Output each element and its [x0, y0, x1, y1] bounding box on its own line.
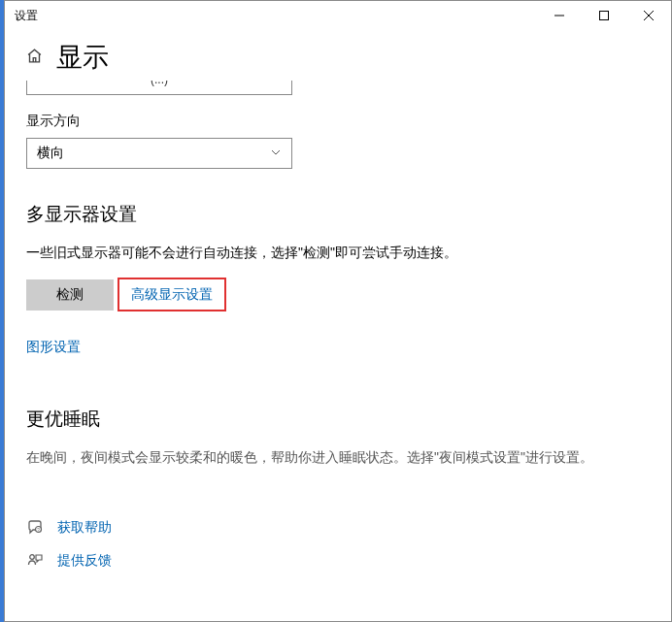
better-sleep-description: 在晚间，夜间模式会显示较柔和的暖色，帮助你进入睡眠状态。选择"夜间模式设置"进行… [26, 449, 650, 467]
graphics-settings-link[interactable]: 图形设置 [26, 339, 81, 356]
footer-links: ? 获取帮助 提供反馈 [26, 519, 650, 570]
titlebar: 设置 [5, 1, 671, 30]
page-title: 显示 [56, 40, 109, 75]
multi-display-heading: 多显示器设置 [26, 202, 650, 227]
window-controls [537, 1, 671, 30]
settings-window: 设置 显示 (...) 显示方向 横向 [4, 0, 672, 622]
get-help-link: 获取帮助 [57, 519, 112, 537]
better-sleep-section: 更优睡眠 在晚间，夜间模式会显示较柔和的暖色，帮助你进入睡眠状态。选择"夜间模式… [26, 407, 650, 467]
svg-point-6 [30, 555, 35, 560]
cropped-field[interactable]: (...) [26, 81, 292, 95]
chevron-down-icon [270, 146, 282, 161]
home-icon[interactable] [26, 48, 43, 68]
orientation-value: 横向 [37, 145, 64, 162]
detect-button[interactable]: 检测 [26, 279, 114, 311]
maximize-button[interactable] [582, 1, 626, 30]
svg-rect-1 [600, 12, 609, 20]
window-title: 设置 [15, 8, 38, 24]
feedback-link: 提供反馈 [57, 552, 112, 570]
content-area: (...) 显示方向 横向 多显示器设置 一些旧式显示器可能不会进行自动连接，选… [5, 81, 671, 621]
multi-display-description: 一些旧式显示器可能不会进行自动连接，选择"检测"即可尝试手动连接。 [26, 245, 650, 262]
feedback-icon [26, 553, 44, 569]
chat-help-icon: ? [26, 520, 44, 536]
orientation-label: 显示方向 [26, 113, 650, 130]
advanced-display-link[interactable]: 高级显示设置 [131, 286, 213, 304]
close-button[interactable] [626, 1, 671, 30]
orientation-dropdown[interactable]: 横向 [26, 138, 292, 169]
advanced-display-highlight: 高级显示设置 [118, 278, 226, 311]
minimize-button[interactable] [537, 1, 582, 30]
feedback-row[interactable]: 提供反馈 [26, 552, 650, 570]
get-help-row[interactable]: ? 获取帮助 [26, 519, 650, 537]
cropped-field-text: (...) [27, 81, 291, 86]
better-sleep-heading: 更优睡眠 [26, 407, 650, 432]
page-header: 显示 [5, 30, 671, 81]
